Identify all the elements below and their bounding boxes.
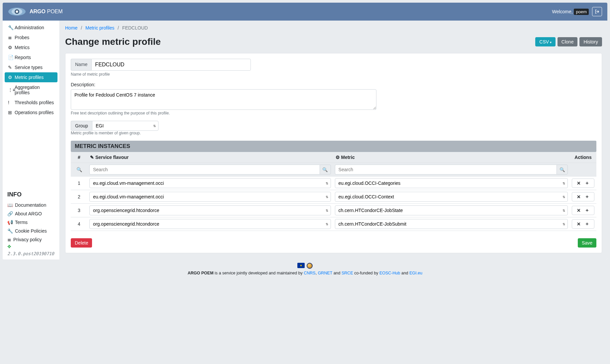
sidebar-item-administration[interactable]: 🔧Administration <box>5 23 57 33</box>
sidebar-item-metrics[interactable]: ⚙Metrics <box>5 42 57 52</box>
remove-row-button[interactable]: ✕ <box>575 194 582 200</box>
add-row-button[interactable]: ＋ <box>583 221 591 227</box>
service-flavour-select[interactable]: org.opensciencegrid.htcondorce <box>89 205 331 215</box>
brand-text: ARGO POEM <box>30 9 63 15</box>
name-input[interactable] <box>91 59 251 71</box>
info-item-label: Cookie Policies <box>15 228 47 234</box>
info-item-label: Documentation <box>15 202 46 208</box>
plus-icon: ＋ <box>585 194 589 199</box>
user-badge: poem <box>574 9 589 15</box>
breadcrumb-home[interactable]: Home <box>65 25 77 31</box>
globe-icon <box>307 263 313 269</box>
sidebar-item-metric-profiles[interactable]: ⚙Metric profiles <box>5 72 57 82</box>
sidebar-item-label: Metrics <box>15 45 30 50</box>
nav-icon: ⊞ <box>8 110 13 115</box>
sidebar-item-reports[interactable]: 📄Reports <box>5 52 57 62</box>
metric-select[interactable]: ch.cern.HTCondorCE-JobSubmit <box>335 219 568 229</box>
service-flavour-select[interactable]: org.opensciencegrid.htcondorce <box>89 219 331 229</box>
footer-link-egi[interactable]: EGI.eu <box>409 271 422 275</box>
close-icon: ✕ <box>577 208 581 213</box>
sidebar-item-service-types[interactable]: ✎Service types <box>5 62 57 72</box>
logout-icon <box>595 9 599 14</box>
add-row-button[interactable]: ＋ <box>583 180 591 186</box>
close-icon: ✕ <box>577 194 581 199</box>
history-button[interactable]: History <box>579 37 602 46</box>
group-select[interactable]: EGI <box>92 121 158 131</box>
delete-button[interactable]: Delete <box>71 238 92 248</box>
sidebar-item-label: Aggregation profiles <box>15 85 54 95</box>
version-marker: ✥ <box>7 244 55 249</box>
col-number: # <box>71 152 87 163</box>
table-row: 2eu.egi.cloud.vm-management.occieu.egi.c… <box>71 190 596 204</box>
info-item-label: Privacy policy <box>13 237 42 242</box>
metric-search-input[interactable] <box>335 165 557 175</box>
info-item-cookie-policies[interactable]: 🔧Cookie Policies <box>7 227 55 235</box>
info-item-terms[interactable]: 📢Terms <box>7 218 55 227</box>
nav-icon: 🔧 <box>8 25 13 30</box>
topbar: ARGO POEM Welcome, poem <box>3 3 607 21</box>
logo-icon <box>8 7 26 16</box>
row-number: 1 <box>71 177 87 190</box>
add-row-button[interactable]: ＋ <box>583 207 591 213</box>
remove-row-button[interactable]: ✕ <box>575 180 582 186</box>
csv-dropdown-button[interactable]: CSV <box>535 37 556 46</box>
breadcrumb: Home / Metric profiles / FEDCLOUD <box>65 25 602 31</box>
info-item-label: Terms <box>15 220 28 225</box>
col-service: ✎ Service flavour <box>87 152 333 163</box>
metric-instances-header: METRIC INSTANCES <box>71 141 596 152</box>
footer: ★ ARGO POEM is a service jointly develop… <box>3 259 607 280</box>
info-item-documentation[interactable]: 📖Documentation <box>7 201 55 209</box>
version-text: 2.3.0.post20190710 <box>7 251 55 256</box>
search-icon: 🔍 <box>76 167 82 172</box>
logout-button[interactable] <box>592 7 602 16</box>
footer-link-eosc[interactable]: EOSC-Hub <box>379 271 400 275</box>
nav-icon: ⚙ <box>8 45 13 50</box>
info-item-privacy-policy[interactable]: ≣Privacy policy <box>7 235 55 244</box>
footer-link-srce[interactable]: SRCE <box>342 271 353 275</box>
footer-brand: ARGO POEM <box>188 271 214 275</box>
col-metric: ⚙ Metric <box>333 152 570 163</box>
info-icon: 📢 <box>7 220 13 225</box>
gear-icon: ⚙ <box>336 155 340 160</box>
metric-select[interactable]: ch.cern.HTCondorCE-JobState <box>335 205 568 215</box>
description-textarea[interactable]: Profile for Fedcloud CentOS 7 instance <box>71 89 376 110</box>
metric-select[interactable]: eu.egi.cloud.OCCI-Categories <box>335 178 568 188</box>
sidebar-item-label: Administration <box>15 25 44 30</box>
table-row: 4org.opensciencegrid.htcondorcech.cern.H… <box>71 217 596 231</box>
page-title: Change metric profile <box>65 36 161 47</box>
plus-icon: ＋ <box>585 221 589 226</box>
main-content: Home / Metric profiles / FEDCLOUD Change… <box>60 21 607 259</box>
save-button[interactable]: Save <box>578 238 596 248</box>
sidebar-item-label: Service types <box>15 65 43 70</box>
add-row-button[interactable]: ＋ <box>583 194 591 200</box>
footer-link-grnet[interactable]: GRNET <box>318 271 333 275</box>
info-item-label: About ARGO <box>15 211 42 216</box>
service-flavour-select[interactable]: eu.egi.cloud.vm-management.occi <box>89 178 331 188</box>
sidebar-item-thresholds-profiles[interactable]: !Thresholds profiles <box>5 98 57 108</box>
nav-icon: 📄 <box>8 55 13 60</box>
service-search-input[interactable] <box>89 165 320 175</box>
nav-icon: ≣ <box>8 35 13 40</box>
description-label: Description: <box>71 82 596 87</box>
sidebar-item-probes[interactable]: ≣Probes <box>5 33 57 42</box>
table-row: 1eu.egi.cloud.vm-management.occieu.egi.c… <box>71 177 596 190</box>
info-item-about-argo[interactable]: 🔗About ARGO <box>7 209 55 218</box>
footer-link-cnrs[interactable]: CNRS <box>304 271 315 275</box>
breadcrumb-current: FEDCLOUD <box>122 25 148 31</box>
remove-row-button[interactable]: ✕ <box>575 207 582 213</box>
remove-row-button[interactable]: ✕ <box>575 221 582 227</box>
svg-point-3 <box>16 11 18 13</box>
sidebar-item-operations-profiles[interactable]: ⊞Operations profiles <box>5 108 57 117</box>
metric-select[interactable]: eu.egi.cloud.OCCI-Context <box>335 192 568 202</box>
nav-icon: ✎ <box>8 65 13 70</box>
breadcrumb-parent[interactable]: Metric profiles <box>85 25 114 31</box>
metric-search-button[interactable]: 🔍 <box>557 165 568 175</box>
clone-button[interactable]: Clone <box>558 37 578 46</box>
info-title: INFO <box>7 191 55 198</box>
name-label: Name <box>71 59 91 71</box>
service-search-button[interactable]: 🔍 <box>320 165 331 175</box>
description-help: Free text description outlining the purp… <box>71 111 596 115</box>
service-flavour-select[interactable]: eu.egi.cloud.vm-management.occi <box>89 192 331 202</box>
name-help: Name of metric profile <box>71 72 596 77</box>
sidebar-item-aggregation-profiles[interactable]: ⋮≡Aggregation profiles <box>5 82 57 98</box>
